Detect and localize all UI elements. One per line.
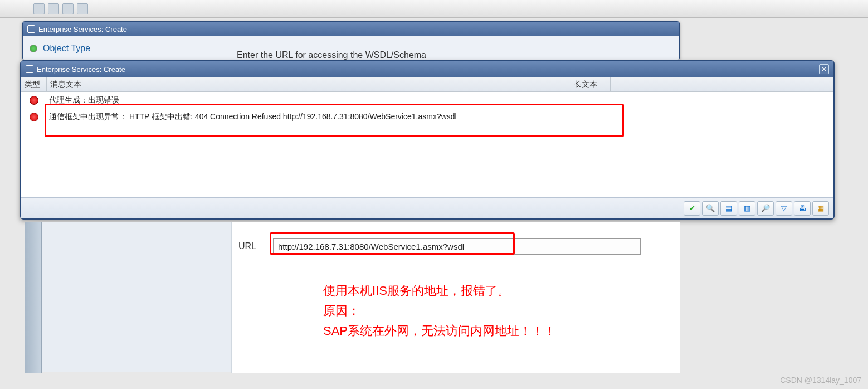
watermark: CSDN @1314lay_1007	[780, 376, 861, 385]
annotation-line-3: SAP系统在外网，无法访问内网地址！！！	[323, 321, 556, 341]
message-text: 代理生成：出现错误	[47, 95, 833, 105]
annotation-line-1: 使用本机IIS服务的地址，报错了。	[323, 281, 556, 301]
message-grid-header: 类型 消息文本 长文本	[21, 77, 833, 92]
check-icon: ✔	[689, 204, 695, 212]
find-button[interactable]: 🔎	[757, 201, 774, 216]
message-grid: 类型 消息文本 长文本 代理生成：出现错误 通信框架中出现异常： HTTP 框架…	[21, 77, 833, 197]
col-type[interactable]: 类型	[21, 77, 47, 91]
print-icon: 🖶	[799, 204, 806, 212]
object-type-link[interactable]: Object Type	[43, 43, 90, 54]
toolbar-icon[interactable]	[77, 3, 88, 14]
status-cell	[21, 96, 47, 105]
dialog-front-titlebar[interactable]: Enterprise Services: Create ✕	[21, 61, 833, 77]
annotation-text: 使用本机IIS服务的地址，报错了。 原因： SAP系统在外网，无法访问内网地址！…	[323, 281, 556, 341]
toolbar-icon[interactable]	[48, 3, 59, 14]
print-button[interactable]: 🖶	[794, 201, 811, 216]
annotation-line-2: 原因：	[323, 301, 556, 321]
col-text[interactable]: 消息文本	[47, 77, 570, 91]
dialog-back-titlebar[interactable]: Enterprise Services: Create	[23, 22, 679, 36]
toolbar-icon[interactable]	[33, 3, 45, 14]
top-toolbar	[0, 0, 868, 18]
search-button[interactable]: 🔍	[702, 201, 719, 216]
col-pad	[611, 77, 833, 91]
dialog-back-title: Enterprise Services: Create	[38, 25, 127, 33]
check-button[interactable]: ✔	[684, 201, 700, 216]
dialog-front: Enterprise Services: Create ✕ 类型 消息文本 长文…	[20, 60, 835, 220]
status-cell	[21, 113, 47, 121]
layout-icon: ▦	[817, 204, 824, 212]
search-icon: 🔍	[706, 204, 715, 212]
message-text: 通信框架中出现异常： HTTP 框架中出错: 404 Connection Re…	[47, 112, 833, 122]
col-long[interactable]: 长文本	[570, 77, 611, 91]
window-icon	[26, 65, 33, 73]
wsdl-prompt: Enter the URL for accessing the WSDL/Sch…	[237, 50, 426, 60]
error-icon	[30, 96, 38, 105]
url-input[interactable]	[273, 238, 641, 255]
dialog-front-title: Enterprise Services: Create	[37, 65, 125, 74]
dialog-bottom-toolbar: ✔ 🔍 ▤ ▥ 🔎 ▽ 🖶 ▦	[21, 197, 833, 218]
window-icon	[27, 25, 35, 33]
sort-desc-icon: ▥	[744, 204, 750, 212]
sort-asc-icon: ▤	[725, 204, 732, 212]
sort-asc-button[interactable]: ▤	[720, 201, 737, 216]
error-icon	[30, 113, 38, 121]
close-icon: ✕	[821, 65, 827, 73]
close-button[interactable]: ✕	[819, 64, 829, 74]
url-label: URL	[238, 241, 264, 251]
sort-desc-button[interactable]: ▥	[739, 201, 755, 216]
status-green-icon	[30, 45, 37, 52]
filter-icon: ▽	[781, 204, 787, 212]
filter-button[interactable]: ▽	[776, 201, 792, 216]
url-row: URL	[238, 238, 641, 255]
layout-button[interactable]: ▦	[812, 201, 829, 216]
left-nav-strip	[25, 222, 42, 373]
toolbar-icon[interactable]	[62, 3, 74, 14]
find-icon: 🔎	[761, 204, 770, 212]
top-toolbar-icons	[33, 3, 88, 14]
message-row[interactable]: 代理生成：出现错误	[21, 92, 833, 109]
message-row[interactable]: 通信框架中出现异常： HTTP 框架中出错: 404 Connection Re…	[21, 109, 833, 125]
